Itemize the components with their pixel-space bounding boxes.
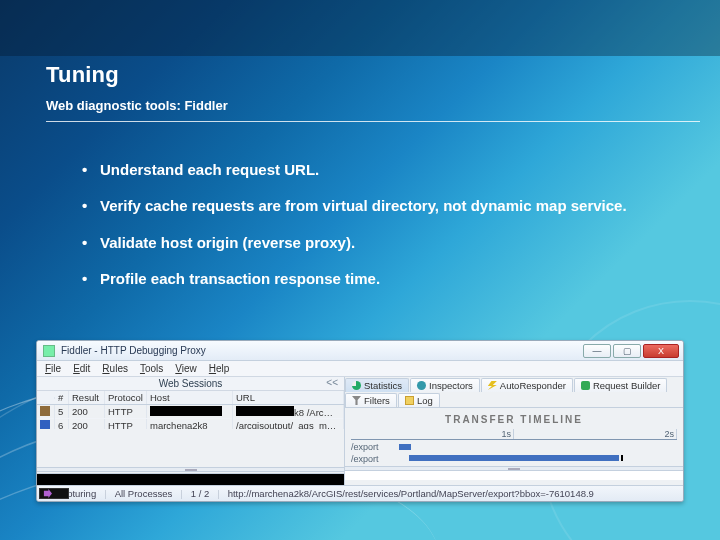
timeline-label: /export xyxy=(351,442,395,452)
tab-statistics[interactable]: Statistics xyxy=(345,378,409,392)
table-row[interactable]: 6 200 HTTP marchena2k8 /arcgisoutput/_ag… xyxy=(37,419,344,429)
tab-log[interactable]: Log xyxy=(398,393,440,407)
cell-host xyxy=(147,405,233,419)
funnel-icon xyxy=(352,396,361,405)
window-title: Fiddler - HTTP Debugging Proxy xyxy=(61,345,583,356)
timeline-panel: TRANSFER TIMELINE 1s 2s /export /export xyxy=(345,408,683,466)
timeline-label: /export xyxy=(351,454,395,464)
bullet-item: Understand each request URL. xyxy=(86,160,680,180)
bullet-item: Verify cache requests are from virtual d… xyxy=(86,196,680,216)
maximize-button[interactable]: ▢ xyxy=(613,344,641,358)
status-processes[interactable]: All Processes xyxy=(115,488,173,499)
tab-inspectors[interactable]: Inspectors xyxy=(410,378,480,392)
col-protocol[interactable]: Protocol xyxy=(105,391,147,404)
cell-num: 6 xyxy=(55,419,69,429)
window-titlebar[interactable]: Fiddler - HTTP Debugging Proxy — ▢ X xyxy=(37,341,683,361)
timeline-end-tick xyxy=(621,455,623,461)
cell-num: 5 xyxy=(55,405,69,418)
clock-icon xyxy=(352,381,361,390)
table-row[interactable]: 5 200 HTTP k8 /ArcGIS/rest/services/Port… xyxy=(37,405,344,419)
menu-edit[interactable]: Edit xyxy=(73,363,90,374)
menu-view[interactable]: View xyxy=(175,363,197,374)
cell-result: 200 xyxy=(69,419,105,429)
cell-url: k8 /ArcGIS/rest/services/Portland xyxy=(233,405,344,419)
splitter-horizontal[interactable] xyxy=(345,466,683,471)
menu-file[interactable]: File xyxy=(45,363,61,374)
col-result[interactable]: Result xyxy=(69,391,105,404)
bullet-list: Understand each request URL. Verify cach… xyxy=(86,160,680,305)
tick: 1s xyxy=(351,429,514,439)
minimize-button[interactable]: — xyxy=(583,344,611,358)
tab-filters[interactable]: Filters xyxy=(345,393,397,407)
timeline-title: TRANSFER TIMELINE xyxy=(351,414,677,425)
redacted-url-part xyxy=(236,406,294,416)
document-icon xyxy=(405,396,414,405)
upload-icon xyxy=(581,381,590,390)
slide-subtitle: Web diagnostic tools: Fiddler xyxy=(46,98,700,122)
tab-autoresponder[interactable]: AutoResponder xyxy=(481,378,573,392)
lower-blank-panel xyxy=(345,471,683,480)
status-counter: 1 / 2 xyxy=(191,488,210,499)
menu-help[interactable]: Help xyxy=(209,363,230,374)
session-icon xyxy=(40,420,50,430)
cell-result: 200 xyxy=(69,405,105,418)
status-url: http://marchena2k8/ArcGIS/rest/services/… xyxy=(228,488,677,499)
timeline-bar xyxy=(409,455,619,461)
cell-url: /arcgisoutput/_ags_map2fc17 xyxy=(233,419,344,429)
web-sessions-label: Web Sessions xyxy=(159,378,223,389)
app-icon xyxy=(43,345,55,357)
cell-protocol: HTTP xyxy=(105,405,147,418)
menu-tools[interactable]: Tools xyxy=(140,363,163,374)
detail-pane: Statistics Inspectors AutoResponder Requ… xyxy=(345,377,683,485)
tab-request-builder[interactable]: Request Builder xyxy=(574,378,668,392)
col-url[interactable]: URL xyxy=(233,391,344,404)
session-icon xyxy=(40,406,50,416)
cell-protocol: HTTP xyxy=(105,419,147,429)
slide-header-band xyxy=(0,0,720,56)
detail-tabs: Statistics Inspectors AutoResponder Requ… xyxy=(345,377,683,408)
cell-host: marchena2k8 xyxy=(147,419,233,429)
redacted-bar xyxy=(37,473,344,485)
col-host[interactable]: Host xyxy=(147,391,233,404)
col-num[interactable]: # xyxy=(55,391,69,404)
bullet-item: Validate host origin (reverse proxy). xyxy=(86,233,680,253)
timeline-row: /export xyxy=(351,452,677,464)
slide-title: Tuning xyxy=(46,62,700,88)
timeline-row: /export xyxy=(351,440,677,452)
corner-badge xyxy=(39,488,69,499)
table-header: # Result Protocol Host URL xyxy=(37,391,344,405)
sessions-table: # Result Protocol Host URL 5 200 HTTP k8… xyxy=(37,391,344,429)
menu-rules[interactable]: Rules xyxy=(102,363,128,374)
redacted-host xyxy=(150,406,222,416)
sessions-pane: Web Sessions << # Result Protocol Host U… xyxy=(37,377,345,485)
fiddler-window: Fiddler - HTTP Debugging Proxy — ▢ X Fil… xyxy=(36,340,684,502)
bullet-item: Profile each transaction response time. xyxy=(86,269,680,289)
eye-icon xyxy=(417,381,426,390)
timeline-bar xyxy=(399,444,411,450)
tick: 2s xyxy=(514,429,677,439)
bolt-icon xyxy=(488,381,497,390)
close-button[interactable]: X xyxy=(643,344,679,358)
splitter-horizontal[interactable] xyxy=(37,467,344,472)
timeline-axis: 1s 2s xyxy=(351,429,677,440)
web-sessions-tab[interactable]: Web Sessions << xyxy=(37,377,344,391)
menu-bar: File Edit Rules Tools View Help xyxy=(37,361,683,377)
pin-icon[interactable]: << xyxy=(326,377,338,388)
col-icon xyxy=(37,397,55,399)
status-bar: Capturing | All Processes | 1 / 2 | http… xyxy=(37,485,683,501)
